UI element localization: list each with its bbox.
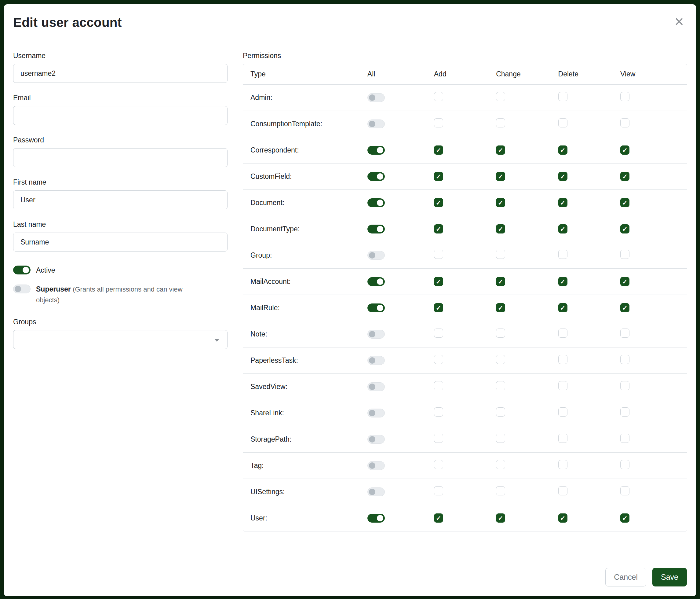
permission-change-checkbox[interactable] [496,92,505,101]
permission-change-checkbox[interactable] [496,250,505,259]
permission-all-toggle[interactable] [368,304,385,312]
permission-change-checkbox[interactable] [496,118,505,127]
permission-add-checkbox[interactable] [434,355,443,364]
permission-change-checkbox[interactable] [496,434,505,443]
password-field[interactable] [13,148,227,167]
permission-add-checkbox[interactable] [434,381,443,390]
permission-all-toggle[interactable] [368,382,385,391]
permission-all-toggle[interactable] [368,435,385,444]
permission-view-checkbox[interactable] [620,434,629,443]
permission-all-toggle[interactable] [368,487,385,496]
permission-all-toggle[interactable] [368,356,385,365]
permission-delete-checkbox[interactable] [558,250,568,259]
permission-delete-checkbox[interactable] [558,407,568,416]
permission-delete-checkbox[interactable] [558,329,568,338]
permission-all-toggle[interactable] [368,198,385,207]
permission-add-checkbox[interactable]: ✓ [434,303,443,312]
permission-change-checkbox[interactable]: ✓ [496,224,505,234]
permission-change-checkbox[interactable]: ✓ [496,277,505,286]
permission-view-checkbox[interactable] [620,407,629,416]
permission-change-checkbox[interactable]: ✓ [496,172,505,181]
permission-view-checkbox[interactable] [620,381,629,390]
permission-delete-checkbox[interactable] [558,486,568,496]
permission-add-checkbox[interactable]: ✓ [434,172,443,181]
permission-add-checkbox[interactable] [434,460,443,469]
permission-view-checkbox[interactable]: ✓ [620,513,629,523]
permission-change-checkbox[interactable] [496,486,505,496]
permission-delete-checkbox[interactable] [558,355,568,364]
permission-change-checkbox[interactable] [496,355,505,364]
permission-delete-checkbox[interactable]: ✓ [558,224,568,234]
permission-delete-checkbox[interactable] [558,381,568,390]
permission-add-checkbox[interactable]: ✓ [434,198,443,207]
toggle-knob [369,436,375,442]
permission-type-label: Document: [243,190,368,216]
permission-all-toggle[interactable] [368,251,385,260]
permission-delete-checkbox[interactable] [558,118,568,127]
permission-view-checkbox[interactable] [620,460,629,469]
permission-add-checkbox[interactable] [434,407,443,416]
permission-add-checkbox[interactable] [434,329,443,338]
permission-all-toggle[interactable] [368,514,385,523]
permission-delete-checkbox[interactable]: ✓ [558,513,568,523]
permission-view-checkbox[interactable]: ✓ [620,145,629,154]
permission-add-checkbox[interactable] [434,118,443,127]
last-name-input[interactable] [13,233,227,251]
email-field[interactable] [13,106,227,125]
permission-all-toggle[interactable] [368,146,385,154]
permission-add-checkbox[interactable]: ✓ [434,224,443,234]
first-name-input[interactable] [13,190,227,209]
permission-change-checkbox[interactable] [496,460,505,469]
active-toggle[interactable] [13,266,30,274]
permission-view-checkbox[interactable] [620,92,629,101]
permission-delete-checkbox[interactable]: ✓ [558,303,568,312]
permission-view-checkbox[interactable] [620,250,629,259]
permission-change-checkbox[interactable] [496,329,505,338]
permission-all-toggle[interactable] [368,119,385,128]
permission-all-toggle[interactable] [368,224,385,234]
permission-add-checkbox[interactable]: ✓ [434,277,443,286]
permission-all-toggle[interactable] [368,172,385,181]
permission-delete-checkbox[interactable]: ✓ [558,277,568,286]
permission-add-checkbox[interactable] [434,92,443,101]
permission-add-checkbox[interactable] [434,434,443,443]
permission-view-checkbox[interactable]: ✓ [620,277,629,286]
permission-all-toggle[interactable] [368,277,385,286]
permission-view-checkbox[interactable]: ✓ [620,198,629,207]
permission-delete-checkbox[interactable]: ✓ [558,198,568,207]
permission-change-checkbox[interactable]: ✓ [496,303,505,312]
permission-delete-checkbox[interactable] [558,460,568,469]
permission-change-checkbox[interactable]: ✓ [496,513,505,523]
permission-add-checkbox[interactable] [434,486,443,496]
close-icon[interactable]: × [673,15,686,27]
permission-add-checkbox[interactable]: ✓ [434,513,443,523]
permission-view-checkbox[interactable] [620,329,629,338]
toggle-knob [377,226,383,232]
permission-view-checkbox[interactable]: ✓ [620,224,629,234]
permission-change-checkbox[interactable] [496,407,505,416]
permission-all-toggle[interactable] [368,461,385,470]
cancel-button[interactable]: Cancel [605,568,646,586]
permission-add-checkbox[interactable]: ✓ [434,145,443,154]
permission-delete-checkbox[interactable] [558,434,568,443]
groups-select[interactable] [13,330,227,349]
permission-delete-checkbox[interactable]: ✓ [558,145,568,154]
permission-all-toggle[interactable] [368,330,385,339]
permission-all-toggle[interactable] [368,409,385,417]
permission-all-toggle[interactable] [368,93,385,102]
permission-view-checkbox[interactable]: ✓ [620,172,629,181]
save-button[interactable]: Save [652,568,687,586]
permission-view-checkbox[interactable] [620,355,629,364]
permission-delete-checkbox[interactable] [558,92,568,101]
username-input[interactable] [13,64,227,83]
permission-change-checkbox[interactable]: ✓ [496,145,505,154]
permission-change-checkbox[interactable]: ✓ [496,198,505,207]
permission-view-checkbox[interactable]: ✓ [620,303,629,312]
permission-change-checkbox[interactable] [496,381,505,390]
superuser-switch-row: Superuser (Grants all permissions and ca… [13,284,227,306]
superuser-toggle[interactable] [13,285,30,293]
permission-view-checkbox[interactable] [620,486,629,496]
permission-add-checkbox[interactable] [434,250,443,259]
permission-view-checkbox[interactable] [620,118,629,127]
permission-delete-checkbox[interactable]: ✓ [558,172,568,181]
